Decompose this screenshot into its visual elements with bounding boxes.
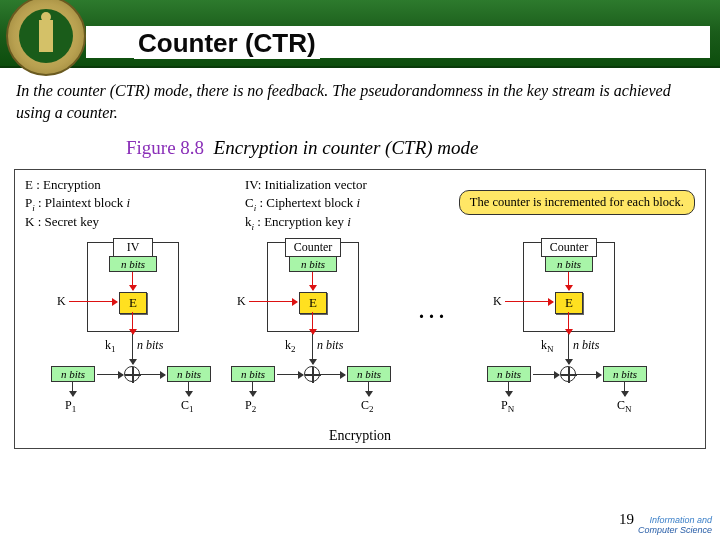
ctr-label-n: Counter xyxy=(541,238,597,257)
arrow-e-k2 xyxy=(312,312,313,334)
arrow-c2-down xyxy=(368,382,369,396)
note-box: The counter is incremented for each bloc… xyxy=(459,190,695,215)
arrow-p1 xyxy=(97,374,123,375)
cn-label: CN xyxy=(617,398,632,414)
p1-label: P1 xyxy=(65,398,76,414)
arrow-iv-e xyxy=(132,272,133,290)
e-box-1: E xyxy=(119,292,147,314)
c1-label: C1 xyxy=(181,398,194,414)
slide-title: Counter (CTR) xyxy=(134,28,320,59)
arrow-p1-down xyxy=(72,382,73,396)
k1-label: k1 xyxy=(105,338,116,354)
legend-K: K : Secret key xyxy=(25,213,130,231)
nbits-c1: n bits xyxy=(167,366,211,382)
university-logo xyxy=(6,0,86,76)
nbits-pn: n bits xyxy=(487,366,531,382)
figure-number: Figure 8.8 xyxy=(126,137,204,158)
arrow-p2 xyxy=(277,374,303,375)
arrow-e-kn xyxy=(568,312,569,334)
legend-IV: IV: Initialization vector xyxy=(245,176,367,194)
arrow-ctr2-e xyxy=(312,272,313,290)
xor-n xyxy=(560,366,576,382)
arrow-e-k1 xyxy=(132,312,133,334)
nbits-kn: n bits xyxy=(573,338,599,353)
nbits-cn: n bits xyxy=(603,366,647,382)
arrow-k1-xor xyxy=(132,334,133,364)
nbits-p1: n bits xyxy=(51,366,95,382)
arrow-k-1 xyxy=(69,301,117,302)
figure-caption: Encryption in counter (CTR) mode xyxy=(214,137,479,158)
nbits-n: n bits xyxy=(545,256,593,272)
legend-right: IV: Initialization vector Ci : Ciphertex… xyxy=(245,176,367,233)
ctr-label-2: Counter xyxy=(285,238,341,257)
arrow-cn xyxy=(577,374,601,375)
ellipsis: . . . xyxy=(419,300,444,323)
iv-label: IV xyxy=(113,238,153,257)
p2-label: P2 xyxy=(245,398,256,414)
legend-Ci: Ci : Ciphertext block i xyxy=(245,194,367,214)
nbits-c2: n bits xyxy=(347,366,391,382)
xor-2 xyxy=(304,366,320,382)
legend-ki: ki : Encryption key i xyxy=(245,213,367,233)
slide-content: In the counter (CTR) mode, there is no f… xyxy=(0,68,720,159)
e-box-n: E xyxy=(555,292,583,314)
xor-1 xyxy=(124,366,140,382)
arrow-pn xyxy=(533,374,559,375)
arrow-c1 xyxy=(141,374,165,375)
legend-Pi: Pi : Plaintext block i xyxy=(25,194,130,214)
arrow-k2-xor xyxy=(312,334,313,364)
arrow-k-n xyxy=(505,301,553,302)
legend-left: E : Encryption Pi : Plaintext block i K … xyxy=(25,176,130,231)
page-number: 19 xyxy=(619,511,634,528)
k-label-n: K xyxy=(493,294,502,309)
intro-text: In the counter (CTR) mode, there is no f… xyxy=(16,80,704,123)
encryption-label: Encryption xyxy=(329,428,391,444)
figure-title: Figure 8.8 Encryption in counter (CTR) m… xyxy=(126,137,704,159)
k-label-1: K xyxy=(57,294,66,309)
k2-label: k2 xyxy=(285,338,296,354)
nbits-1: n bits xyxy=(109,256,157,272)
ctr-diagram: E : Encryption Pi : Plaintext block i K … xyxy=(14,169,706,449)
header-bar: Counter (CTR) xyxy=(0,0,720,68)
footer-logo: Information and Computer Science xyxy=(638,516,712,536)
nbits-2: n bits xyxy=(289,256,337,272)
c2-label: C2 xyxy=(361,398,374,414)
nbits-k1: n bits xyxy=(137,338,163,353)
arrow-c1-down xyxy=(188,382,189,396)
arrow-c2 xyxy=(321,374,345,375)
arrow-pn-down xyxy=(508,382,509,396)
nbits-k2: n bits xyxy=(317,338,343,353)
legend-E: E : Encryption xyxy=(25,176,130,194)
arrow-kn-xor xyxy=(568,334,569,364)
k-label-2: K xyxy=(237,294,246,309)
arrow-k-2 xyxy=(249,301,297,302)
arrow-cn-down xyxy=(624,382,625,396)
pn-label: PN xyxy=(501,398,514,414)
arrow-p2-down xyxy=(252,382,253,396)
nbits-p2: n bits xyxy=(231,366,275,382)
kn-label: kN xyxy=(541,338,554,354)
e-box-2: E xyxy=(299,292,327,314)
arrow-ctrn-e xyxy=(568,272,569,290)
